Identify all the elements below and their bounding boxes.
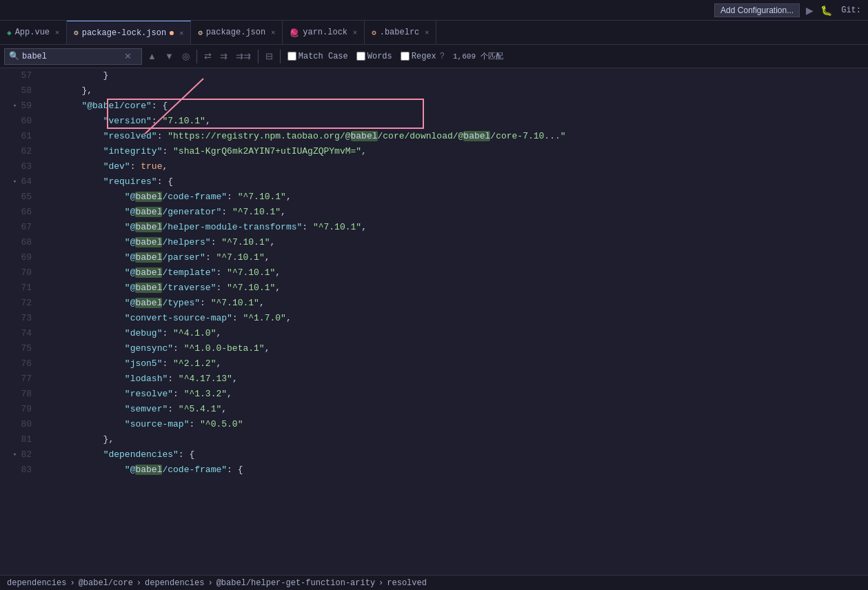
breadcrumb-item-babel-core[interactable]: @babel/core [79,578,133,588]
code-token: "^7.10.1" [211,298,259,308]
code-token [39,374,125,384]
tab-label: package-lock.json [82,28,166,38]
line-code: "json5": "^2.1.2", [36,356,868,372]
regex-option[interactable]: Regex ? [398,50,447,63]
words-option[interactable]: Words [354,50,395,63]
line-number-text: 63 [21,159,32,174]
breadcrumb-item-resolved[interactable]: resolved [387,578,427,588]
code-token: } [39,70,108,81]
line-number-text: 65 [21,190,32,205]
line-number-text: 66 [21,205,32,220]
code-token: : { [179,449,194,460]
search-bar: 🔍 ✕ ▲ ▼ ◎ ⇄ ⇉ ⇉⇉ ⊟ Match Case Words Rege… [0,45,868,68]
tab-app-vue[interactable]: ◈ App.vue ✕ [0,21,67,44]
filter-button[interactable]: ⊟ [263,50,276,63]
code-token: "https://registry.npm.taobao.org/@ [168,131,350,141]
add-configuration-button[interactable]: Add Configuration... [714,3,800,17]
table-row: 63 "dev": true, [0,159,868,174]
tab-package-json[interactable]: ⚙ package.json ✕ [191,21,283,44]
tab-bar: ◈ App.vue ✕ ⚙ package-lock.json ✕ ⚙ pack… [0,21,868,45]
search-input[interactable] [22,52,119,61]
code-token: "^7.10.1" [221,237,270,247]
breadcrumb-item-dependencies[interactable]: dependencies [7,578,66,588]
code-token: "^7.10.1" [216,252,264,263]
close-tab-yarn-lock[interactable]: ✕ [353,28,357,37]
table-row: 66 "@babel/generator": "^7.10.1", [0,205,868,220]
code-token: babel [135,222,162,232]
code-token: /core-7.10..." [490,131,565,141]
match-case-option[interactable]: Match Case [285,50,351,63]
code-token: : [211,237,222,247]
replace-button[interactable]: ⇉ [217,50,230,63]
code-token: "lodash" [125,374,168,384]
code-token: }, [39,85,92,96]
code-token: "^1.0.0-beta.1" [184,343,265,354]
code-token: : [232,313,243,323]
code-token: "^0.5.0" [200,419,243,429]
debug-icon[interactable]: 🐛 [817,3,836,17]
code-token: : [302,222,313,232]
close-tab-babelrc[interactable]: ✕ [425,28,429,37]
line-code: "@babel/code-frame": { [36,462,868,478]
close-tab-package-lock[interactable]: ✕ [179,29,183,37]
line-code: "debug": "^4.1.0", [36,326,868,341]
close-tab-app-vue[interactable]: ✕ [55,28,59,37]
code-token: , [275,283,281,293]
tab-babelrc[interactable]: ⚙ .babelrc ✕ [365,21,436,44]
search-divider2 [258,50,259,63]
clear-search-button[interactable]: ✕ [121,50,134,63]
code-token: "^4.17.13" [179,374,232,384]
code-token [39,465,125,475]
run-icon[interactable]: ▶ [803,3,817,17]
code-token: "^1.7.0" [243,313,285,323]
line-number-text: 79 [21,402,32,417]
breadcrumb-sep2: › [137,578,141,588]
code-token: : { [157,176,173,187]
table-row: 68 "@babel/helpers": "^7.10.1", [0,235,868,250]
line-number: 76 [0,356,36,372]
line-code: "@babel/generator": "^7.10.1", [36,205,868,220]
match-case-checkbox[interactable] [287,52,296,61]
prev-match-button[interactable]: ▲ [145,50,159,63]
code-token: : [152,116,163,126]
line-number: 69 [0,250,36,265]
tab-yarn-lock[interactable]: 🧶 yarn.lock ✕ [283,21,365,44]
close-tab-package-json[interactable]: ✕ [271,28,275,37]
line-number-text: 60 [21,114,32,129]
table-row: 77 "lodash": "^4.17.13", [0,372,868,387]
code-token: , [281,207,286,217]
line-number-text: 76 [21,356,32,372]
code-token: "@ [125,298,136,308]
breadcrumb-item-dependencies2[interactable]: dependencies [145,578,204,588]
find-all-button[interactable]: ◎ [179,50,192,63]
fold-icon[interactable]: ▾ [10,102,19,110]
line-number-text: 82 [21,447,32,462]
next-match-button[interactable]: ▼ [162,50,176,63]
breadcrumb-item-helper[interactable]: @babel/helper-get-function-arity [216,578,375,588]
code-token: "^4.1.0" [173,328,216,338]
line-number-text: 64 [21,174,32,190]
code-token: : [189,419,200,429]
code-token: "@ [125,207,136,217]
breadcrumb-sep1: › [70,578,74,588]
words-checkbox[interactable] [356,52,365,61]
line-number-text: 67 [21,220,32,235]
find-replace-toggle-button[interactable]: ⇄ [201,50,214,63]
code-token: , [216,358,221,369]
code-token: , [162,161,168,172]
search-divider3 [280,50,281,63]
line-number: 68 [0,235,36,250]
line-number: 79 [0,402,36,417]
table-row: 74 "debug": "^4.1.0", [0,326,868,341]
regex-checkbox[interactable] [401,52,410,61]
line-code: "dev": true, [36,159,868,174]
code-token [39,298,125,308]
fold-icon[interactable]: ▾ [10,178,19,186]
code-token: babel [135,465,162,475]
code-token: /template" [162,267,216,278]
fold-icon[interactable]: ▾ [10,451,19,459]
line-code: "@babel/parser": "^7.10.1", [36,250,868,265]
tab-package-lock-json[interactable]: ⚙ package-lock.json ✕ [67,21,191,44]
code-token: "7.10.1" [162,116,205,126]
replace-all-button[interactable]: ⇉⇉ [233,50,254,63]
